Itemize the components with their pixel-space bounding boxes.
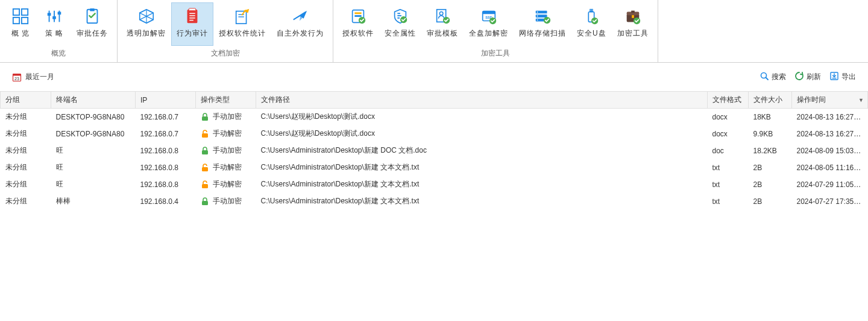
cell-ip: 192.168.0.7: [136, 126, 196, 142]
col-header-path[interactable]: 文件路径: [256, 92, 708, 109]
sort-desc-icon: ▼: [858, 97, 864, 103]
col-header-ip[interactable]: IP: [136, 92, 196, 109]
ribbon-group-label: 加密工具: [337, 46, 654, 62]
transparent-encrypt-button[interactable]: 透明加解密: [121, 2, 171, 46]
auth-software-stats-button[interactable]: 授权软件统计: [213, 2, 271, 46]
cell-terminal: DESKTOP-9G8NA80: [51, 126, 136, 142]
date-filter[interactable]: 23 最近一月: [12, 72, 54, 82]
apptmpl-icon: [433, 7, 452, 26]
cell-size: 18KB: [749, 109, 792, 126]
cell-op-type: 手动解密: [196, 126, 256, 142]
approval-icon: [83, 7, 102, 26]
ribbon-btn-label: 安全U盘: [577, 28, 606, 39]
ribbon-group-label: 文档加密: [121, 46, 329, 62]
self-outgoing-button[interactable]: 自主外发行为: [271, 2, 329, 46]
cell-group: 未分组: [1, 126, 51, 142]
refresh-button[interactable]: 刷新: [794, 71, 821, 83]
ribbon-btn-label: 审批任务: [77, 28, 108, 39]
col-header-group[interactable]: 分组: [1, 92, 51, 109]
cell-size: 2B: [749, 159, 792, 176]
ribbon-btn-label: 审批模板: [427, 28, 458, 39]
authsw-icon: [348, 7, 368, 26]
table-row[interactable]: 未分组旺192.168.0.8手动解密C:\Users\Administrato…: [1, 176, 868, 193]
cell-format: txt: [708, 159, 749, 176]
cell-path: C:\Users\Administrator\Desktop\新建 文本文档.t…: [256, 193, 708, 210]
ribbon-btn-label: 授权软件统计: [219, 28, 266, 39]
cell-ip: 192.168.0.8: [136, 176, 196, 193]
network-storage-scan-button[interactable]: 网络存储扫描: [514, 2, 571, 46]
col-header-size[interactable]: 文件大小: [749, 92, 792, 109]
approval-template-button[interactable]: 审批模板: [421, 2, 464, 46]
ribbon-group: 授权软件安全属性审批模板全盘加解密网络存储扫描安全U盘加密工具加密工具: [333, 0, 658, 62]
svg-text:23: 23: [14, 77, 19, 81]
col-header-op-type[interactable]: 操作类型: [196, 92, 256, 109]
cell-terminal: 旺: [51, 176, 136, 193]
svg-rect-1: [13, 74, 21, 75]
ribbon-group: 透明加解密行为审计授权软件统计自主外发行为文档加密: [118, 0, 333, 62]
cell-group: 未分组: [1, 109, 51, 126]
ribbon-btn-label: 概 览: [11, 28, 30, 39]
policy-button[interactable]: 策 略: [37, 2, 71, 46]
ribbon-group-label: 概览: [4, 46, 113, 62]
cell-terminal: 旺: [51, 159, 136, 176]
ribbon-btn-label: 行为审计: [177, 28, 208, 39]
search-button[interactable]: 搜索: [760, 71, 786, 83]
selfout-icon: [291, 7, 310, 26]
encrypt-tool-button[interactable]: 加密工具: [612, 2, 654, 46]
cell-group: 未分组: [1, 193, 51, 210]
export-button[interactable]: 导出: [829, 71, 856, 83]
secure-usb-button[interactable]: 安全U盘: [571, 2, 612, 46]
ribbon-toolbar: 概 览策 略审批任务概览透明加解密行为审计授权软件统计自主外发行为文档加密授权软…: [0, 0, 868, 63]
ribbon-btn-label: 安全属性: [385, 28, 416, 39]
cell-format: txt: [708, 176, 749, 193]
overview-button[interactable]: 概 览: [4, 2, 37, 46]
ribbon-btn-label: 透明加解密: [127, 28, 166, 39]
approval-tasks-button[interactable]: 审批任务: [71, 2, 113, 46]
audit-icon: [183, 7, 202, 26]
cell-time: 2024-07-27 17:35:30: [792, 193, 868, 210]
cell-op-type: 手动解密: [196, 159, 256, 176]
cell-format: doc: [708, 142, 749, 159]
cell-time: 2024-08-09 15:03:31: [792, 142, 868, 159]
col-header-time[interactable]: 操作时间▼: [792, 92, 868, 109]
export-icon: [829, 71, 839, 83]
ribbon-btn-label: 加密工具: [617, 28, 649, 39]
cell-size: 9.9KB: [749, 126, 792, 142]
auth-software-button[interactable]: 授权软件: [337, 2, 379, 46]
col-header-format[interactable]: 文件格式: [708, 92, 749, 109]
lock-open-icon: [201, 130, 209, 138]
cell-format: docx: [708, 126, 749, 142]
cell-size: 2B: [749, 176, 792, 193]
security-attr-button[interactable]: 安全属性: [379, 2, 421, 46]
table-row[interactable]: 未分组旺192.168.0.8手动解密C:\Users\Administrato…: [1, 159, 868, 176]
lock-closed-icon: [201, 147, 209, 155]
cell-op-type: 手动加密: [196, 109, 256, 126]
cell-ip: 192.168.0.8: [136, 159, 196, 176]
cell-path: C:\Users\Administrator\Desktop\新建 文本文档.t…: [256, 176, 708, 193]
cell-ip: 192.168.0.4: [136, 193, 196, 210]
cell-ip: 192.168.0.7: [136, 109, 196, 126]
cell-group: 未分组: [1, 159, 51, 176]
col-header-terminal[interactable]: 终端名: [51, 92, 136, 109]
cell-size: 18.2KB: [749, 142, 792, 159]
table-row[interactable]: 未分组棒棒192.168.0.4手动加密C:\Users\Administrat…: [1, 193, 868, 210]
table-row[interactable]: 未分组旺192.168.0.8手动加密C:\Users\Administrato…: [1, 142, 868, 159]
secattr-icon: [391, 7, 410, 26]
lock-open-icon: [201, 164, 209, 172]
lock-closed-icon: [201, 113, 209, 121]
behavior-audit-button[interactable]: 行为审计: [171, 2, 213, 46]
calendar-icon: 23: [12, 72, 22, 82]
cell-terminal: 旺: [51, 142, 136, 159]
table-header-row: 分组 终端名 IP 操作类型 文件路径 文件格式 文件大小 操作时间▼: [1, 92, 868, 109]
fulldisk-encrypt-button[interactable]: 全盘加解密: [464, 2, 514, 46]
cell-terminal: 棒棒: [51, 193, 136, 210]
table-row[interactable]: 未分组DESKTOP-9G8NA80192.168.0.7手动解密C:\User…: [1, 126, 868, 142]
search-icon: [760, 71, 769, 83]
cell-path: C:\Users\Administrator\Desktop\新建 DOC 文档…: [256, 142, 708, 159]
cell-time: 2024-08-13 16:27:50: [792, 126, 868, 142]
op-type-label: 手动解密: [213, 162, 242, 173]
table-row[interactable]: 未分组DESKTOP-9G8NA80192.168.0.7手动加密C:\User…: [1, 109, 868, 126]
lock-closed-icon: [201, 197, 209, 206]
filter-toolbar: 23 最近一月 搜索 刷新 导出: [0, 63, 868, 91]
policy-icon: [45, 7, 64, 26]
